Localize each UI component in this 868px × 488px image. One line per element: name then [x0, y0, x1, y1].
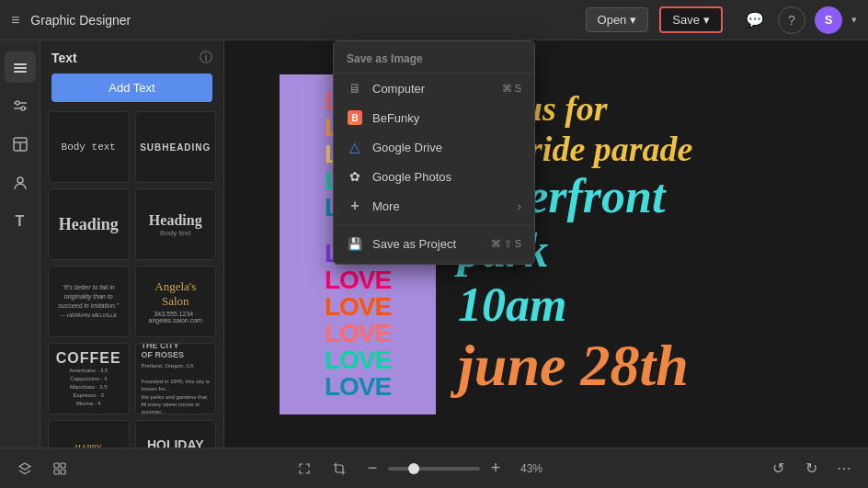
- info-icon[interactable]: ⓘ: [200, 50, 212, 66]
- svg-rect-0: [14, 63, 27, 65]
- more-options-button[interactable]: ⋯: [831, 456, 857, 482]
- save-label: Save: [672, 13, 700, 27]
- google-drive-icon: △: [347, 139, 363, 155]
- template-city-content: THE CITYOF ROSES Portland, Oregon, CAFou…: [142, 343, 211, 414]
- layers-icon-bottom[interactable]: [11, 455, 39, 482]
- save-project-icon: 💾: [347, 235, 363, 252]
- crop-icon[interactable]: [326, 455, 353, 482]
- template-heading-bold[interactable]: Heading: [48, 188, 130, 260]
- add-text-button[interactable]: Add Text: [51, 74, 212, 102]
- svg-rect-2: [14, 71, 27, 73]
- template-heading-body-content: Heading Body text: [149, 212, 202, 237]
- open-chevron: ▾: [630, 13, 636, 27]
- dropdown-header: Save as Image: [334, 47, 534, 74]
- zoom-in-button[interactable]: +: [484, 457, 508, 481]
- love-word-12: LOVE: [325, 374, 391, 400]
- more-arrow-icon: ›: [518, 199, 521, 213]
- befunky-icon: B: [347, 109, 363, 126]
- panel-header: Text ⓘ: [40, 40, 223, 74]
- template-quote-label: "it's better to fail in originality than…: [54, 283, 123, 319]
- template-subheading-label: SUBHEADING: [140, 142, 211, 153]
- svg-rect-1: [14, 67, 27, 69]
- save-project-label: Save as Project: [372, 237, 456, 251]
- love-word-8: LOVE: [325, 267, 391, 293]
- zoom-slider[interactable]: [388, 467, 480, 471]
- svg-rect-16: [61, 470, 65, 474]
- google-photos-icon: ✿: [347, 168, 363, 185]
- svg-rect-14: [61, 463, 65, 468]
- template-subheading[interactable]: SUBHEADING: [135, 111, 217, 183]
- template-coffee-content: COFFEE Americano · 3.5Cappuccino · 4Macc…: [56, 350, 121, 408]
- redo-button[interactable]: ↻: [798, 456, 824, 482]
- app-title: Graphic Designer: [30, 13, 131, 28]
- save-project-shortcut: ⌘ ⇧ S: [491, 238, 521, 250]
- template-heading-with-body[interactable]: Heading Body text: [135, 188, 217, 260]
- svg-rect-15: [54, 470, 59, 474]
- template-body-text[interactable]: Body text: [48, 111, 130, 183]
- icon-bar-text[interactable]: T: [5, 206, 36, 237]
- canvas-area[interactable]: LOVE LOVE LOVE LOVE LOVE is LOVE LOVE LO…: [224, 40, 868, 448]
- save-computer-label: Computer: [372, 82, 425, 96]
- template-quote[interactable]: "it's better to fail in originality than…: [48, 266, 130, 337]
- template-salon-label: Angela's Salon 343.555.1234 · angelas.sa…: [142, 279, 211, 323]
- dropdown-divider: [334, 224, 534, 225]
- save-button[interactable]: Save ▾: [659, 6, 723, 33]
- icon-bar: T: [0, 40, 40, 448]
- menu-icon[interactable]: ≡: [11, 12, 19, 28]
- icon-bar-layers[interactable]: [5, 51, 36, 83]
- svg-rect-13: [54, 463, 59, 468]
- template-salon[interactable]: Angela's Salon 343.555.1234 · angelas.sa…: [135, 266, 217, 337]
- save-gphotos-label: Google Photos: [372, 170, 451, 184]
- template-body-text-label: Body text: [62, 142, 116, 153]
- save-gdrive-label: Google Drive: [372, 141, 442, 154]
- pride-line-time: 10am: [458, 278, 791, 332]
- save-gdrive-item[interactable]: △ Google Drive: [334, 132, 534, 162]
- left-panel: Text ⓘ Add Text Body text SUBHEADING Hea…: [40, 40, 224, 448]
- save-dropdown: Save as Image 🖥 Computer ⌘ S B BeFunky △…: [333, 40, 535, 265]
- svg-point-3: [16, 101, 19, 105]
- grid-icon-bottom[interactable]: [46, 455, 74, 482]
- svg-point-6: [21, 107, 25, 110]
- love-word-10: LOVE: [325, 321, 391, 346]
- save-project-item[interactable]: 💾 Save as Project ⌘ ⇧ S: [334, 229, 534, 258]
- save-computer-shortcut: ⌘ S: [502, 83, 521, 95]
- save-computer-item[interactable]: 🖥 Computer ⌘ S: [334, 74, 534, 103]
- template-birthday[interactable]: HAPPY Birthday: [48, 420, 130, 448]
- love-word-11: LOVE: [325, 347, 391, 373]
- chat-icon-button[interactable]: 💬: [741, 6, 769, 34]
- zoom-out-button[interactable]: −: [360, 457, 384, 481]
- undo-button[interactable]: ↺: [765, 456, 791, 482]
- save-more-label: More: [372, 199, 400, 213]
- avatar-button[interactable]: S: [815, 6, 842, 34]
- zoom-slider-thumb: [408, 463, 419, 474]
- template-grid: Body text SUBHEADING Heading Heading Bod…: [40, 111, 223, 448]
- save-befunky-item[interactable]: B BeFunky: [334, 103, 534, 132]
- template-coffee[interactable]: COFFEE Americano · 3.5Cappuccino · 4Macc…: [48, 343, 130, 414]
- open-button[interactable]: Open ▾: [586, 7, 649, 32]
- save-befunky-label: BeFunky: [372, 111, 419, 125]
- save-chevron: ▾: [703, 13, 710, 27]
- topbar: ≡ Graphic Designer Open ▾ Save ▾ 💬 ? S ▾: [0, 0, 868, 40]
- save-more-item[interactable]: + More ›: [334, 191, 534, 221]
- avatar-chevron: ▾: [851, 14, 857, 26]
- template-city[interactable]: THE CITYOF ROSES Portland, Oregon, CAFou…: [135, 343, 217, 414]
- save-gphotos-item[interactable]: ✿ Google Photos: [334, 162, 534, 191]
- panel-title: Text: [51, 51, 77, 65]
- help-icon-button[interactable]: ?: [778, 6, 805, 34]
- open-label: Open: [598, 13, 627, 27]
- svg-point-12: [17, 177, 23, 183]
- template-holiday[interactable]: HOLIDAYSALE 20% off storewide: [135, 420, 217, 448]
- template-holiday-content: HOLIDAYSALE 20% off storewide: [146, 437, 204, 448]
- love-word-9: LOVE: [325, 294, 391, 320]
- zoom-controls: − +: [360, 457, 508, 481]
- computer-icon: 🖥: [347, 80, 363, 96]
- icon-bar-people[interactable]: [5, 167, 36, 199]
- expand-icon[interactable]: [291, 455, 318, 482]
- more-icon: +: [347, 198, 363, 214]
- pride-line-date: june 28th: [458, 332, 791, 400]
- icon-bar-templates[interactable]: [5, 129, 36, 160]
- topbar-icons: 💬 ? S ▾: [741, 6, 857, 34]
- template-heading-bold-label: Heading: [59, 215, 119, 234]
- icon-bar-adjustments[interactable]: [5, 90, 36, 121]
- zoom-label: 43%: [515, 462, 548, 475]
